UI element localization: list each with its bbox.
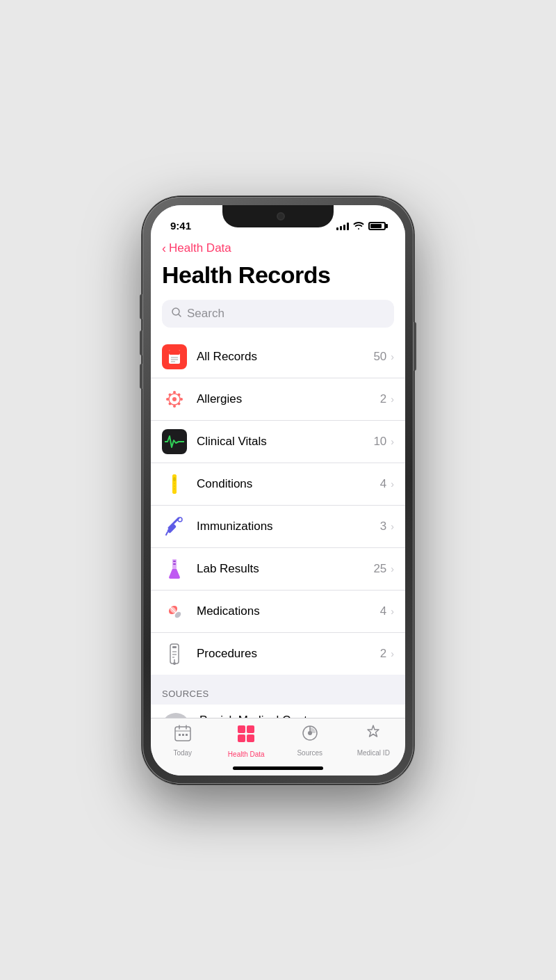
list-item-lab-results[interactable]: Lab Results 25 › [151,548,405,591]
tab-health-data[interactable]: Health Data [215,724,279,758]
svg-rect-47 [186,734,188,736]
svg-point-16 [178,393,181,396]
sources-tab-icon [301,724,319,746]
clinical-vitals-count: 10 [373,435,386,449]
navigation-back: ‹ Health Data [151,236,405,259]
svg-point-11 [166,398,169,401]
list-item-procedures[interactable]: Procedures 2 › [151,633,405,675]
bar4 [347,223,349,230]
list-item-all-records[interactable]: All Records 50 › [151,336,405,378]
list-item-clinical-vitals[interactable]: Clinical Vitals 10 › [151,421,405,463]
svg-point-13 [169,393,172,396]
back-button[interactable]: ‹ Health Data [162,241,394,256]
lab-results-count: 25 [373,562,386,576]
svg-rect-27 [173,561,176,562]
notch [222,205,334,227]
immunizations-count: 3 [380,520,386,533]
home-indicator [233,766,323,770]
immunizations-icon [162,514,187,539]
today-tab-icon [174,724,192,746]
allergies-chevron-icon: › [391,394,394,405]
tab-medical-id[interactable]: Medical ID [342,724,406,757]
all-records-icon [162,344,187,369]
front-camera [277,212,285,220]
penick-avatar: P [162,713,190,718]
svg-point-10 [173,405,176,408]
immunizations-label: Immunizations [197,520,380,533]
immunizations-chevron-icon: › [391,521,394,532]
svg-point-14 [178,402,181,405]
tab-sources[interactable]: Sources [278,724,342,757]
conditions-count: 4 [380,477,386,491]
source-item-penick[interactable]: P Penick Medical Center My Patient Porta… [151,705,405,718]
search-icon [172,307,181,319]
svg-rect-51 [247,734,254,742]
list-item-conditions[interactable]: Conditions 4 › [151,463,405,506]
health-data-tab-icon [236,724,256,748]
page-title-section: Health Records [151,259,405,300]
search-bar[interactable]: Search [162,300,394,328]
svg-rect-3 [169,350,180,355]
bar3 [343,225,345,230]
health-data-tab-label: Health Data [228,750,265,758]
medications-label: Medications [197,604,380,618]
records-list: All Records 50 › [151,336,405,675]
tab-today[interactable]: Today [151,724,215,757]
conditions-label: Conditions [197,477,380,491]
procedures-label: Procedures [197,647,380,661]
medical-id-tab-icon [364,724,382,746]
procedures-count: 2 [380,647,386,661]
battery-icon [368,222,386,230]
svg-point-12 [180,398,183,401]
allergies-icon [162,387,187,412]
list-item-immunizations[interactable]: Immunizations 3 › [151,506,405,548]
status-icons [336,221,386,232]
svg-line-24 [166,532,167,535]
svg-rect-48 [238,725,245,733]
conditions-icon [162,472,187,497]
clinical-vitals-icon [162,429,187,454]
medications-chevron-icon: › [391,606,394,617]
procedures-chevron-icon: › [391,648,394,659]
bar1 [336,227,338,230]
back-label: Health Data [169,241,231,255]
svg-point-53 [308,731,312,735]
svg-point-40 [173,662,176,665]
lab-results-chevron-icon: › [391,563,394,575]
allergies-count: 2 [380,392,386,406]
allergies-label: Allergies [197,392,380,406]
back-chevron-icon: ‹ [162,241,166,256]
svg-rect-50 [238,734,245,742]
medications-icon [162,599,187,624]
sources-section-header: SOURCES [151,675,405,705]
bar2 [340,226,342,230]
svg-rect-46 [182,734,184,736]
clinical-vitals-chevron-icon: › [391,436,394,447]
battery-fill [370,224,382,228]
phone-shell: 9:41 [142,197,414,784]
medications-count: 4 [380,604,386,618]
svg-point-9 [173,391,176,394]
svg-point-8 [172,397,177,401]
all-records-label: All Records [197,350,373,364]
procedures-icon [162,641,187,666]
signal-icon [336,222,349,230]
medical-id-tab-label: Medical ID [357,749,390,757]
all-records-chevron-icon: › [391,351,394,362]
svg-rect-49 [247,725,254,733]
wifi-icon [353,221,364,232]
search-container: Search [151,300,405,336]
content-area: ‹ Health Data Health Records Search [151,236,405,718]
phone-screen: 9:41 [151,205,405,776]
svg-rect-45 [179,734,181,736]
svg-rect-28 [173,563,176,565]
svg-point-20 [173,477,176,481]
list-item-medications[interactable]: Medications 4 › [151,591,405,633]
lab-results-label: Lab Results [197,562,373,576]
search-placeholder: Search [187,307,224,321]
status-time: 9:41 [170,220,191,232]
today-tab-label: Today [173,749,192,757]
svg-rect-35 [172,646,177,648]
list-item-allergies[interactable]: Allergies 2 › [151,378,405,421]
svg-line-1 [179,314,181,316]
